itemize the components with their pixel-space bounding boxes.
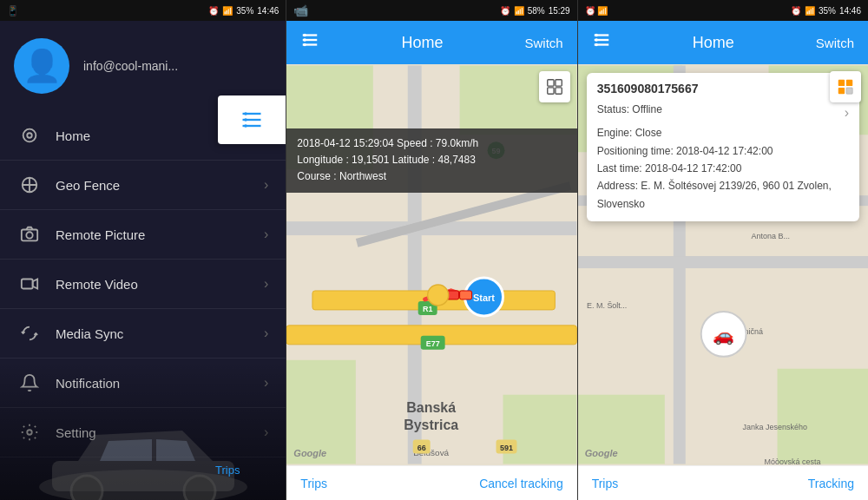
status-bar-1: 📱 ⏰ 📶 35% 14:46 bbox=[0, 0, 286, 21]
svg-point-61 bbox=[595, 38, 598, 42]
svg-rect-51 bbox=[460, 291, 472, 299]
svg-marker-6 bbox=[33, 280, 37, 289]
trips-box[interactable] bbox=[218, 95, 286, 144]
info-last-time: Last time: 2018-04-12 17:42:00 bbox=[597, 160, 849, 177]
svg-point-60 bbox=[595, 34, 598, 37]
svg-text:Bystrica: Bystrica bbox=[404, 418, 459, 432]
sb3-time: 14:46 bbox=[839, 6, 861, 16]
svg-point-1 bbox=[27, 133, 32, 138]
geo-fence-chevron: › bbox=[264, 177, 268, 193]
sb2-left: 📹 bbox=[293, 3, 308, 17]
map-trip-panel: 📹 ⏰ 📶 58% 15:29 Home Switch 2018-04-12 1… bbox=[286, 0, 576, 500]
svg-text:🚗: 🚗 bbox=[713, 325, 734, 345]
sidebar-item-media-sync[interactable]: Media Sync › bbox=[0, 309, 286, 359]
sb1-icons: ⏰ 📶 35% 14:46 bbox=[208, 6, 279, 16]
svg-rect-83 bbox=[846, 88, 852, 94]
avatar-icon: 👤 bbox=[23, 48, 62, 84]
svg-point-24 bbox=[304, 43, 307, 47]
time-display: 14:46 bbox=[257, 6, 279, 16]
sidebar-item-geo-fence[interactable]: Geo Fence › bbox=[0, 161, 286, 210]
media-sync-icon bbox=[17, 321, 42, 345]
svg-point-18 bbox=[184, 476, 215, 500]
info-positioning-time: Positioning time: 2018-04-12 17:42:00 bbox=[597, 142, 849, 160]
svg-rect-82 bbox=[838, 88, 845, 94]
sb2-wifi: 📶 bbox=[514, 6, 524, 16]
sb3-alarm: ⏰ bbox=[791, 6, 801, 16]
svg-point-17 bbox=[71, 476, 102, 500]
sb1-left: 📱 bbox=[7, 5, 19, 16]
remote-video-label: Remote Video bbox=[56, 277, 264, 292]
sb3-battery: 35% bbox=[819, 6, 836, 16]
sb3-left: ⏰ 📶 bbox=[585, 6, 608, 16]
google-logo-3: Google bbox=[585, 448, 618, 458]
status-bar-2: 📹 ⏰ 📶 58% 15:29 bbox=[286, 0, 576, 21]
svg-point-22 bbox=[304, 34, 307, 37]
svg-point-13 bbox=[245, 124, 248, 128]
layers-button-2[interactable] bbox=[539, 71, 570, 102]
footer-trips-2[interactable]: Trips bbox=[300, 477, 327, 490]
svg-text:Start: Start bbox=[473, 293, 495, 303]
svg-rect-70 bbox=[578, 256, 868, 268]
info-chevron[interactable]: › bbox=[845, 101, 849, 124]
sb2-battery: 58% bbox=[528, 6, 545, 16]
svg-rect-54 bbox=[556, 80, 562, 86]
app-header-3: Home Switch bbox=[578, 21, 868, 64]
svg-rect-55 bbox=[547, 88, 553, 94]
media-sync-chevron: › bbox=[264, 326, 268, 341]
layers-icon-3 bbox=[836, 77, 855, 96]
info-engine: Engine: Close bbox=[597, 124, 849, 141]
layers-icon-2 bbox=[545, 77, 564, 96]
remote-picture-icon bbox=[17, 222, 42, 247]
svg-point-23 bbox=[304, 38, 307, 42]
menu-icon-2[interactable] bbox=[300, 30, 319, 55]
svg-text:Móòovská cesta: Móòovská cesta bbox=[764, 457, 820, 465]
svg-rect-81 bbox=[846, 80, 852, 86]
layers-button-3[interactable] bbox=[830, 71, 861, 102]
sb2-time: 15:29 bbox=[549, 6, 570, 16]
map-area-2: 2018-04-12 15:29:04 Speed : 79.0km/h Lon… bbox=[286, 64, 576, 465]
map-footer-3: Trips Tracking bbox=[578, 465, 868, 500]
app-header-2: Home Switch bbox=[286, 21, 576, 64]
info-address: Address: E. M. Šoltésovej 2139/26, 960 0… bbox=[597, 177, 849, 213]
remote-picture-label: Remote Picture bbox=[56, 227, 264, 242]
header-switch-3[interactable]: Switch bbox=[816, 36, 854, 50]
svg-text:591: 591 bbox=[500, 444, 513, 452]
info-line2: Longitude : 19,1501 Latitude : 48,7483 bbox=[297, 152, 566, 168]
footer-cancel-tracking[interactable]: Cancel tracking bbox=[479, 477, 563, 490]
media-sync-label: Media Sync bbox=[56, 326, 264, 341]
header-switch-2[interactable]: Switch bbox=[524, 36, 562, 50]
profile-email: info@cool-mani... bbox=[83, 59, 178, 73]
status-bar-3: ⏰ 📶 ⏰ 📶 35% 14:46 bbox=[578, 0, 868, 21]
svg-point-11 bbox=[245, 112, 248, 115]
trips-link[interactable]: Trips bbox=[215, 462, 240, 477]
svg-rect-67 bbox=[777, 369, 868, 464]
svg-point-0 bbox=[23, 129, 36, 142]
info-line3: Course : Northwest bbox=[297, 168, 566, 185]
geo-fence-icon bbox=[17, 173, 42, 197]
wifi-icon: 📶 bbox=[222, 6, 233, 16]
remote-video-chevron: › bbox=[264, 276, 268, 292]
footer-tracking-3[interactable]: Tracking bbox=[808, 477, 854, 490]
svg-point-52 bbox=[428, 285, 449, 306]
info-card: 351609080175667 Status: Offline › Engine… bbox=[587, 73, 859, 221]
geo-fence-label: Geo Fence bbox=[56, 178, 264, 193]
remote-video-icon bbox=[17, 272, 42, 296]
svg-point-4 bbox=[26, 232, 32, 238]
header-title-3: Home bbox=[693, 34, 734, 52]
menu-icon-3[interactable] bbox=[592, 30, 611, 55]
sidebar-item-remote-picture[interactable]: Remote Picture › bbox=[0, 210, 286, 260]
battery-level: 35% bbox=[236, 6, 253, 16]
map-svg-2: R1 E77 59 Banská Bystrica Belušová 66 59… bbox=[286, 64, 576, 465]
car-silhouette bbox=[0, 361, 286, 500]
footer-trips-3[interactable]: Trips bbox=[592, 477, 619, 490]
avatar: 👤 bbox=[14, 38, 69, 94]
svg-text:R1: R1 bbox=[423, 305, 432, 313]
sidebar-item-remote-video[interactable]: Remote Video › bbox=[0, 260, 286, 309]
svg-rect-56 bbox=[556, 88, 562, 94]
remote-picture-chevron: › bbox=[264, 227, 268, 242]
device-id: 351609080175667 bbox=[597, 82, 849, 95]
sb2-right: ⏰ 📶 58% 15:29 bbox=[500, 6, 570, 16]
sb2-alarm: ⏰ bbox=[500, 6, 510, 16]
map-footer-2: Trips Cancel tracking bbox=[286, 465, 576, 500]
header-title-2: Home bbox=[401, 34, 443, 52]
